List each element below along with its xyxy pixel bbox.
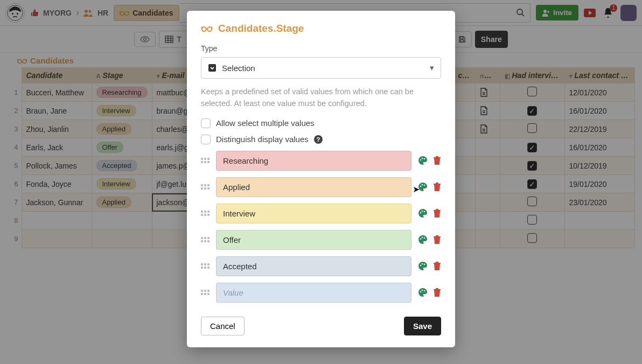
value-row: Researching [201, 151, 441, 171]
help-icon[interactable]: ? [314, 135, 323, 144]
trash-icon[interactable] [433, 183, 441, 192]
trash-icon[interactable] [433, 288, 441, 297]
cancel-button[interactable]: Cancel [201, 317, 245, 335]
palette-icon[interactable] [418, 235, 428, 244]
svg-point-26 [422, 211, 423, 212]
palette-icon[interactable] [418, 208, 428, 218]
option-distinguish-label: Distinguish display values [216, 135, 309, 144]
value-row: Accepted [201, 256, 441, 276]
save-button[interactable]: Save [404, 317, 441, 335]
svg-point-20 [422, 158, 423, 159]
value-row-new: Value [201, 283, 441, 303]
svg-rect-18 [208, 64, 216, 72]
svg-point-19 [420, 159, 422, 161]
drag-handle-icon[interactable] [201, 263, 210, 269]
option-multiple[interactable]: Allow select multiple values [201, 118, 441, 128]
svg-point-31 [420, 265, 422, 267]
drag-handle-icon[interactable] [201, 237, 210, 242]
modal-title: Candidates.Stage [218, 23, 304, 34]
select-type-icon [208, 64, 217, 72]
palette-icon[interactable] [418, 261, 428, 271]
value-input[interactable]: Interview [216, 204, 411, 223]
svg-point-21 [424, 158, 425, 160]
svg-point-27 [424, 211, 425, 213]
trash-icon[interactable] [433, 156, 441, 165]
modal-footer: Cancel Save [201, 317, 441, 335]
value-input-new[interactable]: Value [216, 283, 411, 303]
modal-title-row: Candidates.Stage [201, 23, 441, 34]
drag-handle-icon[interactable] [201, 184, 210, 190]
type-label: Type [201, 44, 441, 53]
svg-point-33 [424, 264, 425, 265]
svg-point-24 [424, 185, 425, 186]
value-input[interactable]: Accepted [216, 256, 411, 276]
palette-icon[interactable] [418, 288, 428, 297]
checkbox-multiple[interactable] [201, 118, 211, 128]
palette-icon[interactable] [418, 156, 428, 165]
trash-icon[interactable] [433, 262, 441, 271]
svg-point-29 [422, 237, 423, 239]
option-distinguish[interactable]: Distinguish display values ? [201, 135, 441, 144]
field-config-modal: Candidates.Stage Type Selection ▾ Keeps … [187, 11, 455, 347]
value-list: ResearchingApplied➤InterviewOfferAccepte… [201, 151, 441, 303]
value-input[interactable]: Applied [216, 177, 411, 197]
svg-point-30 [424, 237, 425, 239]
svg-point-32 [422, 263, 423, 265]
trash-icon[interactable] [433, 235, 441, 244]
value-input[interactable]: Offer [216, 230, 411, 250]
type-value: Selection [222, 64, 255, 73]
type-help-text: Keeps a predefined set of valid values f… [201, 86, 441, 110]
checkbox-distinguish[interactable] [201, 135, 211, 144]
glasses-icon [201, 25, 213, 32]
svg-point-25 [420, 212, 422, 214]
svg-point-36 [424, 290, 425, 292]
svg-point-34 [420, 291, 422, 293]
drag-handle-icon[interactable] [201, 158, 210, 163]
value-input[interactable]: Researching [216, 151, 411, 171]
value-row: Interview [201, 204, 441, 223]
svg-point-28 [420, 239, 422, 240]
trash-icon[interactable] [433, 209, 441, 218]
value-row: Offer [201, 230, 441, 250]
svg-point-22 [420, 186, 422, 187]
type-select[interactable]: Selection ▾ [201, 57, 441, 79]
palette-icon[interactable] [418, 182, 428, 192]
drag-handle-icon[interactable] [201, 290, 210, 295]
svg-point-17 [207, 27, 212, 31]
option-multiple-label: Allow select multiple values [216, 118, 315, 128]
modal-overlay[interactable]: Candidates.Stage Type Selection ▾ Keeps … [0, 0, 642, 364]
caret-down-icon: ▾ [430, 63, 434, 73]
svg-point-35 [422, 290, 423, 291]
value-row: Applied➤ [201, 177, 441, 197]
drag-handle-icon[interactable] [201, 211, 210, 216]
svg-point-16 [202, 27, 206, 31]
svg-point-23 [422, 184, 423, 186]
